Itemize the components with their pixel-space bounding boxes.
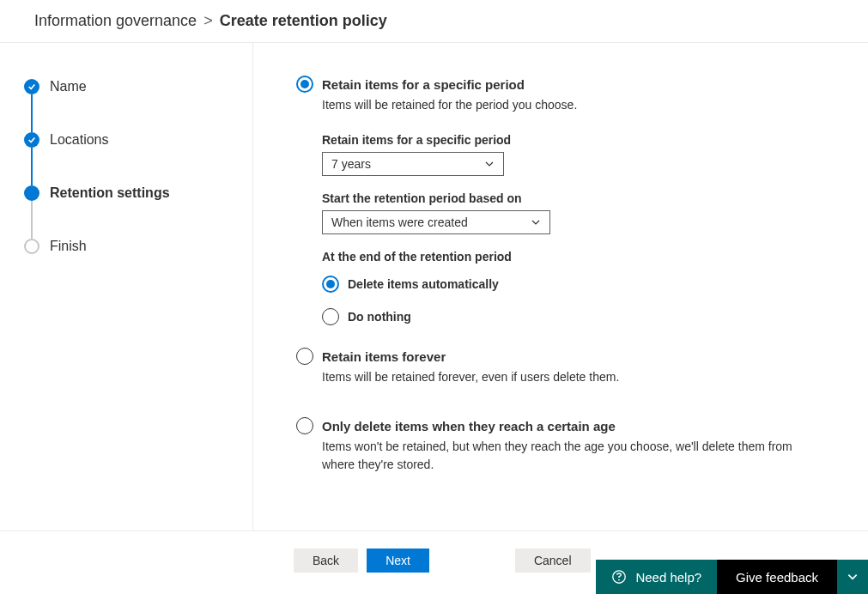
give-feedback-button[interactable]: Give feedback (717, 560, 837, 594)
cancel-button[interactable]: Cancel (515, 549, 591, 573)
wizard-steps-sidebar: Name Locations Retention settings Finish (0, 43, 253, 530)
chevron-down-icon (484, 159, 495, 169)
step-connector (31, 94, 33, 132)
radio-delete-auto[interactable] (322, 276, 339, 293)
current-step-icon (24, 185, 39, 201)
help-feedback-bar: Need help? Give feedback (596, 560, 868, 594)
option-description: Items will be retained for the period yo… (322, 96, 825, 114)
option-retain-forever: Retain items forever Items will be retai… (296, 348, 825, 386)
option-retain-specific: Retain items for a specific period Items… (296, 76, 825, 325)
step-retention-settings[interactable]: Retention settings (24, 185, 252, 201)
checkmark-icon (24, 79, 39, 94)
breadcrumb-parent[interactable]: Information governance (34, 12, 197, 30)
select-value: When items were created (331, 215, 468, 229)
option-description: Items won't be retained, but when they r… (322, 438, 825, 474)
step-connector (31, 148, 33, 185)
checkmark-icon (24, 132, 39, 148)
breadcrumb: Information governance > Create retentio… (0, 0, 868, 43)
breadcrumb-current: Create retention policy (220, 12, 387, 30)
step-label: Locations (50, 132, 109, 148)
back-button[interactable]: Back (294, 549, 358, 573)
need-help-button[interactable]: Need help? (596, 560, 717, 594)
step-label: Finish (50, 239, 87, 254)
option-delete-only: Only delete items when they reach a cert… (296, 417, 825, 474)
breadcrumb-separator: > (203, 12, 213, 30)
option-title: Retain items for a specific period (322, 77, 525, 92)
chevron-down-icon (847, 571, 859, 583)
radio-retain-specific[interactable] (296, 76, 313, 93)
option-description: Items will be retained forever, even if … (322, 368, 825, 386)
step-connector (31, 201, 33, 239)
next-button[interactable]: Next (367, 549, 429, 573)
feedback-label: Give feedback (736, 570, 818, 585)
chevron-down-icon (531, 217, 541, 227)
select-value: 7 years (331, 157, 371, 171)
step-finish[interactable]: Finish (24, 239, 252, 254)
step-name[interactable]: Name (24, 79, 252, 94)
option-title: Only delete items when they reach a cert… (322, 419, 616, 433)
expand-help-button[interactable] (837, 560, 868, 594)
help-label: Need help? (635, 570, 701, 585)
start-field-label: Start the retention period based on (322, 191, 825, 205)
period-field-label: Retain items for a specific period (322, 133, 825, 147)
start-select[interactable]: When items were created (322, 210, 550, 234)
radio-delete-only[interactable] (296, 417, 313, 434)
radio-do-nothing[interactable] (322, 308, 339, 325)
end-field-label: At the end of the retention period (322, 250, 825, 264)
step-label: Retention settings (50, 185, 170, 201)
option-title: Retain items forever (322, 349, 446, 364)
pending-step-icon (24, 239, 39, 254)
step-label: Name (50, 79, 87, 94)
radio-label: Do nothing (348, 310, 411, 324)
step-locations[interactable]: Locations (24, 132, 252, 148)
content-area: Retain items for a specific period Items… (253, 43, 868, 530)
svg-point-1 (618, 579, 620, 581)
question-circle-icon (611, 569, 627, 585)
period-select[interactable]: 7 years (322, 152, 504, 176)
radio-retain-forever[interactable] (296, 348, 313, 365)
radio-label: Delete items automatically (348, 277, 499, 291)
